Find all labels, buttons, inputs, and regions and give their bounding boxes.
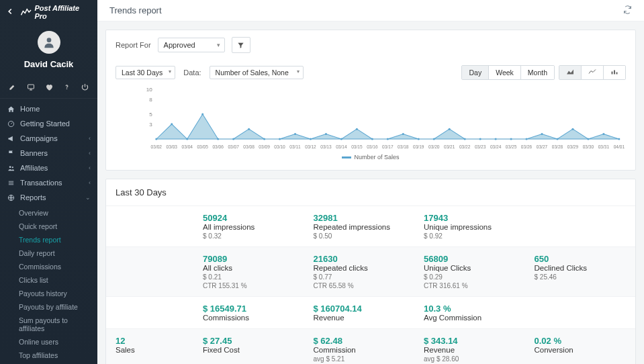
stat-value: $ 343.14 (424, 336, 516, 346)
subnav-daily-report[interactable]: Daily report (0, 246, 97, 260)
filter-button[interactable] (232, 37, 250, 53)
svg-point-8 (11, 166, 13, 167)
stat-sub2: CTR 155.31 % (203, 282, 295, 289)
subnav-online-users[interactable]: Online users (0, 335, 97, 349)
help-icon[interactable] (62, 83, 71, 91)
user-actions (0, 77, 97, 99)
subnav-quick-report[interactable]: Quick report (0, 220, 97, 233)
stat-cell: 56809Unique Clicks$ 0.29CTR 316.61 % (414, 247, 525, 296)
svg-point-47 (556, 138, 558, 140)
stat-label: Fixed Cost (203, 346, 295, 354)
flag-icon (7, 150, 15, 157)
stat-label: Unique impressions (424, 223, 516, 231)
app-name: Post Affiliate Pro (34, 4, 92, 20)
stat-sub: $ 0.92 (424, 232, 516, 240)
nav-label: Campaigns (20, 134, 58, 142)
nav-item-banners[interactable]: Banners‹ (0, 146, 97, 161)
chevron-icon: ⌄ (85, 194, 91, 201)
svg-point-48 (571, 128, 573, 130)
users-icon (7, 165, 15, 172)
nav-label: Banners (20, 149, 48, 157)
chart-type-group (559, 65, 626, 80)
stat-sub: $ 0.21 (203, 273, 295, 281)
date-range-select[interactable]: Last 30 Days (116, 66, 175, 79)
nav-label: Home (20, 105, 40, 113)
stat-label: Conversion (535, 346, 627, 354)
period-month[interactable]: Month (521, 66, 554, 79)
nav-item-home[interactable]: Home (0, 101, 97, 116)
nav-item-affiliates[interactable]: Affiliates‹ (0, 161, 97, 175)
svg-text:03/16: 03/16 (367, 144, 378, 149)
chevron-icon: ‹ (89, 179, 91, 186)
svg-text:03/13: 03/13 (320, 144, 332, 149)
edit-icon[interactable] (8, 83, 17, 91)
svg-text:03/27: 03/27 (537, 144, 548, 149)
period-day[interactable]: Day (462, 66, 489, 79)
chart-type-bar[interactable] (604, 66, 625, 79)
svg-rect-14 (614, 71, 615, 75)
stat-cell: 50924All impressions$ 0.32 (193, 206, 304, 246)
svg-text:03/14: 03/14 (336, 144, 347, 149)
stat-value: $ 62.48 (314, 336, 406, 346)
stat-label: Commissions (203, 314, 295, 322)
stat-sub: avg $ 28.60 (424, 355, 516, 363)
stat-label: All clicks (203, 264, 295, 272)
nav-item-getting-started[interactable]: Getting Started (0, 116, 97, 131)
stat-cell: 0.02 %Conversion (525, 329, 636, 364)
stat-sub: $ 25.46 (535, 273, 627, 281)
svg-text:03/31: 03/31 (598, 144, 610, 149)
svg-text:03/07: 03/07 (228, 144, 239, 149)
stats-panel: Last 30 Days 50924All impressions$ 0.323… (105, 179, 636, 364)
stat-value: 21630 (314, 254, 406, 264)
stat-sub2: CTR 316.61 % (424, 282, 516, 289)
refresh-button[interactable] (623, 5, 632, 16)
desktop-icon[interactable] (26, 83, 35, 91)
svg-point-39 (433, 138, 435, 140)
svg-text:03/25: 03/25 (506, 144, 517, 149)
report-for-select[interactable]: Approved (158, 38, 225, 52)
svg-point-50 (602, 133, 604, 135)
subnav-top-affiliates[interactable]: Top affiliates (0, 349, 97, 362)
nav-item-campaigns[interactable]: Campaigns‹ (0, 131, 97, 146)
svg-text:03/22: 03/22 (459, 144, 471, 149)
stat-value: 32981 (314, 213, 406, 223)
chart-type-area[interactable] (559, 66, 582, 79)
globe-icon (7, 194, 15, 201)
stat-label: Revenue (314, 314, 406, 322)
svg-text:03/23: 03/23 (475, 144, 486, 149)
subnav-payouts-by-affiliate[interactable]: Payouts by affiliate (0, 300, 97, 314)
svg-point-32 (325, 133, 327, 135)
svg-text:03/29: 03/29 (567, 144, 579, 149)
period-segmented: DayWeekMonth (461, 65, 555, 80)
power-icon[interactable] (81, 83, 89, 91)
nav-item-reports[interactable]: Reports⌄ (0, 190, 97, 205)
stat-sub: $ 0.50 (314, 232, 406, 240)
subnav-commissions[interactable]: Commissions (0, 260, 97, 273)
svg-point-36 (387, 138, 389, 140)
stat-cell: 10.3 %Avg Commission (414, 297, 525, 328)
data-select[interactable]: Number of Sales, None (210, 66, 304, 79)
subnav-overview[interactable]: Overview (0, 206, 97, 220)
svg-text:03/19: 03/19 (413, 144, 424, 149)
chart-legend: Number of Sales (116, 154, 626, 161)
subnav-trends-report[interactable]: Trends report (0, 233, 97, 246)
stat-value: 650 (535, 254, 627, 264)
heart-icon[interactable] (44, 83, 53, 91)
svg-point-23 (186, 138, 188, 140)
back-button[interactable] (5, 5, 15, 19)
subnav-sum-payouts-to-affiliates[interactable]: Sum payouts to affiliates (0, 314, 97, 335)
nav-label: Transactions (20, 179, 62, 187)
stat-label: All impressions (203, 223, 295, 231)
period-week[interactable]: Week (489, 66, 521, 79)
stat-label: Commission (314, 346, 406, 354)
chart-type-line[interactable] (582, 66, 604, 79)
nav-item-transactions[interactable]: Transactions‹ (0, 175, 97, 190)
subnav-payouts-history[interactable]: Payouts history (0, 287, 97, 300)
svg-point-40 (449, 128, 451, 130)
avatar[interactable] (38, 31, 60, 54)
svg-point-7 (9, 166, 11, 168)
chevron-icon: ‹ (89, 150, 91, 156)
svg-rect-1 (28, 85, 34, 89)
svg-point-31 (310, 138, 312, 140)
subnav-clicks-list[interactable]: Clicks list (0, 273, 97, 287)
